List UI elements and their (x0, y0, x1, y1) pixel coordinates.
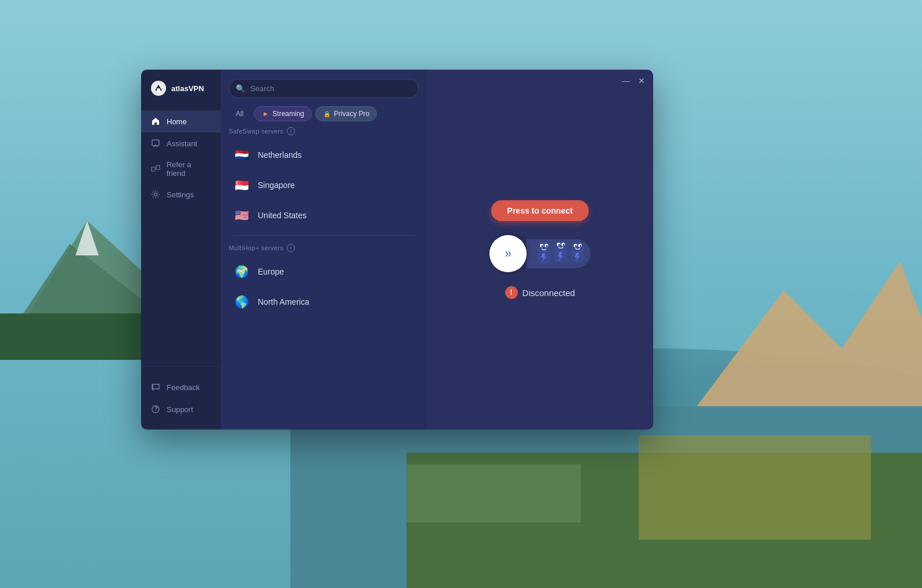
sidebar-item-home[interactable]: Home (141, 110, 221, 132)
svg-rect-15 (152, 167, 155, 171)
server-name-north-america: North America (258, 297, 309, 306)
tab-all-label: All (236, 110, 243, 118)
multihop-label: MultiHop+ servers (229, 244, 283, 251)
tab-privacy-pro[interactable]: 🔒 Privacy Pro (315, 106, 377, 121)
server-europe[interactable]: 🌍 Europe (229, 257, 419, 287)
sidebar-item-support[interactable]: Support (141, 398, 221, 420)
logo-icon (150, 80, 167, 96)
logo-text: atlasVPN (171, 84, 204, 93)
close-button[interactable]: ✕ (638, 77, 645, 85)
mascot-svg (535, 239, 590, 268)
toggle-knob[interactable]: » (489, 235, 527, 272)
server-name-netherlands: Netherlands (258, 150, 302, 160)
minimize-button[interactable]: — (622, 77, 630, 85)
svg-point-24 (546, 246, 548, 247)
connect-button[interactable]: Press to connect (491, 200, 589, 221)
status-indicator: ! (505, 286, 518, 299)
refer-icon (150, 164, 161, 174)
sidebar-item-label-settings: Settings (167, 190, 194, 199)
server-singapore[interactable]: 🇸🇬 Singapore (229, 170, 419, 200)
sidebar-nav: Home Assistant (141, 106, 221, 366)
main-panel: 🔍 All ▶ Streaming 🔒 Privacy Pro SafeSwap… (221, 70, 427, 430)
tab-streaming-label: Streaming (272, 110, 304, 118)
filter-tabs: All ▶ Streaming 🔒 Privacy Pro (221, 104, 427, 127)
search-input[interactable] (229, 79, 419, 98)
sidebar-item-label-support: Support (167, 405, 193, 414)
flag-europe: 🌍 (232, 262, 251, 281)
server-united-states[interactable]: 🇺🇸 United States (229, 200, 419, 230)
svg-rect-16 (156, 165, 160, 169)
toggle-arrows: » (505, 246, 512, 261)
multihop-info-icon[interactable]: i (287, 244, 295, 252)
server-netherlands[interactable]: 🇳🇱 Netherlands (229, 140, 419, 170)
multihop-section-label: MultiHop+ servers i (229, 244, 419, 252)
app-window: atlasVPN Home Assis (141, 70, 653, 430)
settings-icon (150, 189, 161, 200)
search-bar: 🔍 (221, 70, 427, 104)
logo: atlasVPN (141, 70, 221, 106)
streaming-icon: ▶ (261, 110, 269, 118)
home-icon (150, 116, 161, 127)
window-controls: — ✕ (622, 77, 645, 85)
safeswap-section-label: SafeSwap servers i (229, 127, 419, 135)
search-input-wrap: 🔍 (229, 79, 419, 98)
toggle-mascot: » (489, 235, 590, 272)
privacy-pro-icon: 🔒 (323, 110, 331, 118)
feedback-icon (150, 382, 161, 392)
sidebar-bottom: Feedback Support (141, 366, 221, 430)
sidebar-item-assistant[interactable]: Assistant (141, 132, 221, 154)
server-name-united-states: United States (258, 211, 307, 220)
status-row: ! Disconnected (505, 286, 575, 299)
sidebar-item-label-refer: Refer a friend (167, 160, 211, 178)
server-north-america[interactable]: 🌎 North America (229, 287, 419, 317)
svg-point-36 (579, 246, 581, 247)
server-name-singapore: Singapore (258, 181, 295, 190)
sidebar: atlasVPN Home Assis (141, 70, 221, 430)
tab-all[interactable]: All (229, 107, 250, 121)
svg-point-35 (575, 246, 577, 247)
server-list: SafeSwap servers i 🇳🇱 Netherlands 🇸🇬 Sin… (221, 127, 427, 430)
sidebar-item-feedback[interactable]: Feedback (141, 376, 221, 398)
flag-north-america: 🌎 (232, 293, 251, 311)
tab-streaming[interactable]: ▶ Streaming (254, 106, 312, 121)
sidebar-item-label-assistant: Assistant (167, 139, 197, 148)
svg-point-23 (541, 246, 543, 247)
flag-singapore: 🇸🇬 (232, 176, 251, 194)
status-text: Disconnected (523, 288, 575, 298)
sidebar-item-refer[interactable]: Refer a friend (141, 154, 221, 183)
divider (232, 235, 415, 236)
sidebar-item-settings[interactable]: Settings (141, 183, 221, 205)
flag-netherlands: 🇳🇱 (232, 146, 251, 164)
safeswap-info-icon[interactable]: i (287, 127, 295, 135)
search-icon: 🔍 (236, 84, 245, 93)
assistant-icon (150, 138, 161, 149)
sidebar-item-label-feedback: Feedback (167, 383, 200, 392)
svg-point-17 (154, 193, 157, 196)
svg-point-30 (563, 244, 564, 246)
svg-point-13 (157, 88, 160, 92)
flag-united-states: 🇺🇸 (232, 206, 251, 225)
support-icon (150, 404, 161, 414)
connect-area: Press to connect » (489, 200, 590, 299)
server-name-europe: Europe (258, 267, 284, 276)
mascot-track (527, 239, 590, 268)
right-panel: — ✕ Press to connect » (427, 70, 653, 430)
sidebar-item-label-home: Home (167, 117, 187, 126)
safeswap-label: SafeSwap servers (229, 128, 283, 135)
tab-privacy-pro-label: Privacy Pro (334, 110, 369, 118)
svg-point-29 (558, 244, 560, 246)
